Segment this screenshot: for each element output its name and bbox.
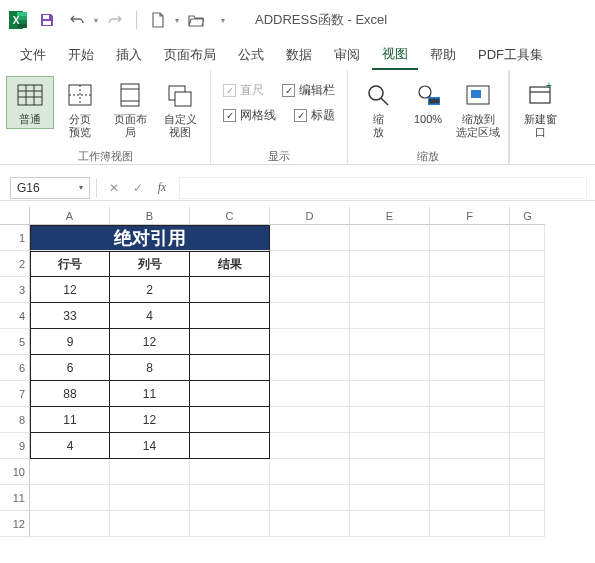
row-header[interactable]: 11 bbox=[0, 485, 30, 511]
name-box-dropdown-icon[interactable]: ▾ bbox=[79, 183, 83, 192]
cell[interactable]: 行号 bbox=[30, 251, 110, 277]
cell[interactable]: 8 bbox=[110, 355, 190, 381]
cell[interactable] bbox=[190, 355, 270, 381]
col-header[interactable]: D bbox=[270, 207, 350, 225]
cell[interactable] bbox=[350, 381, 430, 407]
cell[interactable] bbox=[350, 251, 430, 277]
cell[interactable] bbox=[270, 329, 350, 355]
tab-formulas[interactable]: 公式 bbox=[228, 41, 274, 69]
tab-pdf-tools[interactable]: PDF工具集 bbox=[468, 41, 553, 69]
col-header[interactable]: C bbox=[190, 207, 270, 225]
cell[interactable]: 11 bbox=[30, 407, 110, 433]
row-header[interactable]: 5 bbox=[0, 329, 30, 355]
row-header[interactable]: 12 bbox=[0, 511, 30, 537]
cell[interactable] bbox=[510, 511, 545, 537]
cell[interactable] bbox=[430, 225, 510, 251]
cell[interactable] bbox=[350, 459, 430, 485]
cell[interactable] bbox=[350, 407, 430, 433]
cell[interactable] bbox=[270, 355, 350, 381]
cell[interactable] bbox=[510, 433, 545, 459]
cell[interactable] bbox=[430, 485, 510, 511]
cell[interactable] bbox=[270, 407, 350, 433]
accept-formula-button[interactable]: ✓ bbox=[127, 177, 149, 199]
cell[interactable]: 88 bbox=[30, 381, 110, 407]
cell[interactable] bbox=[350, 433, 430, 459]
cell[interactable] bbox=[190, 303, 270, 329]
cell[interactable] bbox=[110, 485, 190, 511]
cell[interactable] bbox=[190, 381, 270, 407]
redo-button[interactable] bbox=[102, 7, 128, 33]
cell[interactable]: 14 bbox=[110, 433, 190, 459]
cell[interactable] bbox=[510, 381, 545, 407]
col-header[interactable]: F bbox=[430, 207, 510, 225]
cell[interactable] bbox=[350, 303, 430, 329]
cell[interactable] bbox=[510, 407, 545, 433]
cell[interactable] bbox=[430, 329, 510, 355]
cell[interactable] bbox=[350, 355, 430, 381]
row-header[interactable]: 10 bbox=[0, 459, 30, 485]
cell[interactable] bbox=[270, 251, 350, 277]
tab-review[interactable]: 审阅 bbox=[324, 41, 370, 69]
cell[interactable] bbox=[270, 225, 350, 251]
cell[interactable] bbox=[510, 225, 545, 251]
cell[interactable] bbox=[350, 485, 430, 511]
cell[interactable]: 2 bbox=[110, 277, 190, 303]
cell[interactable]: 4 bbox=[110, 303, 190, 329]
cell[interactable]: 结果 bbox=[190, 251, 270, 277]
row-header[interactable]: 8 bbox=[0, 407, 30, 433]
cell[interactable] bbox=[190, 277, 270, 303]
cell[interactable]: 12 bbox=[110, 329, 190, 355]
new-file-button[interactable] bbox=[145, 7, 171, 33]
cell[interactable] bbox=[430, 459, 510, 485]
undo-button[interactable] bbox=[64, 7, 90, 33]
cell[interactable] bbox=[30, 511, 110, 537]
cell[interactable] bbox=[270, 381, 350, 407]
cell[interactable] bbox=[510, 277, 545, 303]
col-header[interactable]: E bbox=[350, 207, 430, 225]
cell[interactable] bbox=[270, 303, 350, 329]
cell[interactable] bbox=[430, 277, 510, 303]
zoom-selection-button[interactable]: 缩放到 选定区域 bbox=[454, 76, 502, 141]
cell[interactable]: 9 bbox=[30, 329, 110, 355]
tab-home[interactable]: 开始 bbox=[58, 41, 104, 69]
col-header[interactable]: B bbox=[110, 207, 190, 225]
new-window-button[interactable]: + 新建窗口 bbox=[516, 76, 564, 141]
tab-file[interactable]: 文件 bbox=[10, 41, 56, 69]
cell[interactable] bbox=[110, 459, 190, 485]
save-button[interactable] bbox=[34, 7, 60, 33]
tab-help[interactable]: 帮助 bbox=[420, 41, 466, 69]
cell[interactable] bbox=[190, 459, 270, 485]
col-header[interactable]: G bbox=[510, 207, 545, 225]
formula-input[interactable] bbox=[179, 177, 587, 199]
cell[interactable] bbox=[430, 251, 510, 277]
custom-view-button[interactable]: 自定义视图 bbox=[156, 76, 204, 141]
worksheet[interactable]: A B C D E F G 1绝对引用2行号列号结果31224334591266… bbox=[0, 207, 595, 537]
cell[interactable] bbox=[190, 407, 270, 433]
cell[interactable] bbox=[270, 459, 350, 485]
cell[interactable]: 12 bbox=[30, 277, 110, 303]
row-header[interactable]: 4 bbox=[0, 303, 30, 329]
cell[interactable] bbox=[190, 485, 270, 511]
tab-data[interactable]: 数据 bbox=[276, 41, 322, 69]
gridlines-checkbox[interactable]: ✓网格线 bbox=[223, 107, 276, 124]
cell[interactable] bbox=[510, 459, 545, 485]
select-all-corner[interactable] bbox=[0, 207, 30, 225]
row-header[interactable]: 3 bbox=[0, 277, 30, 303]
cell[interactable] bbox=[350, 511, 430, 537]
cell[interactable]: 33 bbox=[30, 303, 110, 329]
cell[interactable] bbox=[510, 355, 545, 381]
cell[interactable] bbox=[270, 511, 350, 537]
tab-view[interactable]: 视图 bbox=[372, 40, 418, 70]
cell[interactable] bbox=[30, 485, 110, 511]
cell[interactable] bbox=[350, 225, 430, 251]
zoom-100-button[interactable]: 100 100% bbox=[404, 76, 452, 129]
cell[interactable]: 列号 bbox=[110, 251, 190, 277]
zoom-button[interactable]: 缩 放 bbox=[354, 76, 402, 141]
cell[interactable] bbox=[190, 329, 270, 355]
cell[interactable]: 绝对引用 bbox=[30, 225, 270, 251]
cell[interactable] bbox=[430, 303, 510, 329]
fx-button[interactable]: fx bbox=[151, 177, 173, 199]
tab-insert[interactable]: 插入 bbox=[106, 41, 152, 69]
cell[interactable] bbox=[350, 277, 430, 303]
cell[interactable] bbox=[270, 485, 350, 511]
